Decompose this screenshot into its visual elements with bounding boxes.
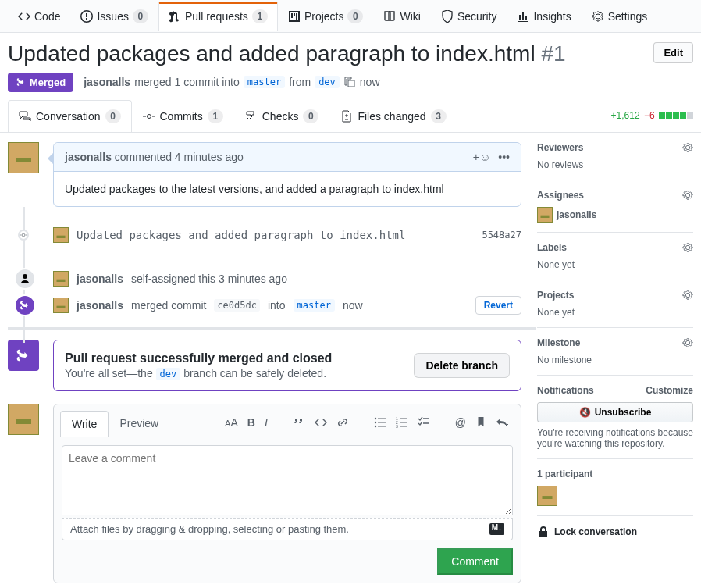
avatar[interactable]: ▬ (537, 486, 557, 506)
code-icon[interactable] (315, 416, 327, 431)
preview-tab[interactable]: Preview (109, 411, 169, 436)
base-branch[interactable]: master (244, 76, 285, 88)
commit-icon (143, 110, 155, 123)
comment-button[interactable]: Comment (437, 548, 513, 575)
pr-title: Updated packages and added paragraph to … (8, 42, 566, 66)
gear-icon[interactable] (682, 242, 693, 253)
comment-textarea[interactable] (62, 445, 513, 515)
avatar[interactable]: ▬ (8, 404, 39, 435)
project-icon (288, 10, 301, 23)
ul-icon[interactable] (374, 416, 386, 431)
ol-icon[interactable]: 123 (396, 416, 408, 431)
svg-point-1 (22, 233, 25, 237)
tab-code[interactable]: Code (8, 2, 70, 30)
head-branch[interactable]: dev (315, 76, 340, 88)
sidebar-reviewers: Reviewers No reviews (537, 142, 693, 180)
lock-conversation-link[interactable]: Lock conversation (537, 516, 693, 538)
link-icon[interactable] (336, 416, 349, 431)
book-icon (383, 10, 396, 23)
subtab-commits[interactable]: Commits1 (132, 100, 234, 132)
sidebar-milestone: Milestone No milestone (537, 328, 693, 376)
new-comment-form: Write Preview AA B I 123 (53, 404, 521, 583)
pr-author[interactable]: jasonalls (84, 76, 130, 88)
subtab-files[interactable]: Files changed3 (329, 100, 457, 132)
sidebar-assignees: Assignees ▬jasonalls (537, 180, 693, 233)
merge-sha[interactable]: ce0d5dc (214, 299, 260, 312)
task-list-icon[interactable] (418, 416, 430, 431)
copy-icon[interactable] (343, 76, 356, 88)
tab-issues[interactable]: Issues0 (70, 1, 158, 31)
kebab-icon[interactable]: ••• (498, 151, 510, 163)
delete-branch-button[interactable]: Delete branch (414, 353, 510, 378)
customize-link[interactable]: Customize (646, 385, 693, 396)
edit-button[interactable]: Edit (653, 42, 693, 63)
merged-confirmation-box: Pull request successfully merged and clo… (53, 340, 521, 391)
commit-message[interactable]: Updated packages and added paragraph to … (77, 229, 405, 241)
merge-badge-icon (8, 340, 39, 371)
protip: ProTip! Add comments to specific lines u… (8, 583, 521, 588)
gear-icon[interactable] (682, 142, 693, 153)
svg-point-2 (375, 418, 376, 419)
text-size-icon[interactable]: AA (225, 416, 238, 431)
comment-time[interactable]: 4 minutes ago (175, 151, 244, 163)
comment-box: jasonalls commented 4 minutes ago +☺ •••… (53, 142, 521, 207)
tab-code-label: Code (34, 10, 60, 23)
svg-point-4 (375, 426, 376, 427)
subtab-checks[interactable]: Checks0 (234, 100, 330, 132)
gear-icon[interactable] (682, 337, 693, 348)
subtab-conversation[interactable]: Conversation0 (8, 100, 132, 132)
avatar[interactable]: ▬ (537, 207, 553, 223)
quote-icon[interactable] (293, 416, 305, 431)
gear-icon[interactable] (682, 290, 693, 301)
attach-hint[interactable]: Attach files by dragging & dropping, sel… (62, 518, 513, 540)
gear-icon[interactable] (682, 190, 693, 201)
tab-security[interactable]: Security (431, 2, 507, 30)
person-icon (14, 268, 36, 290)
sidebar-participants: 1 participant ▬ (537, 459, 693, 516)
commit-sha[interactable]: 5548a27 (482, 230, 521, 241)
tab-settings[interactable]: Settings (582, 2, 658, 30)
tab-wiki[interactable]: Wiki (373, 2, 430, 30)
bold-icon[interactable]: B (247, 416, 255, 431)
comment-body: Updated packages to the latest versions,… (54, 172, 521, 206)
bookmark-icon[interactable] (475, 416, 486, 431)
reply-icon[interactable] (496, 416, 508, 431)
mention-icon[interactable]: @ (455, 416, 466, 431)
revert-button[interactable]: Revert (475, 296, 521, 315)
checklist-icon (245, 110, 258, 123)
shield-icon (441, 10, 454, 23)
lock-icon (537, 526, 550, 538)
avatar[interactable]: ▬ (53, 271, 69, 287)
file-diff-icon (340, 110, 353, 123)
discussion-column: ▬ jasonalls commented 4 minutes ago +☺ •… (8, 142, 521, 588)
tab-insights[interactable]: Insights (507, 2, 581, 30)
pr-meta: Merged jasonalls merged 1 commit into ma… (0, 73, 701, 100)
graph-icon (517, 10, 529, 23)
avatar[interactable]: ▬ (53, 298, 69, 313)
merged-box-title: Pull request successfully merged and clo… (65, 351, 332, 365)
comment-author[interactable]: jasonalls (65, 151, 112, 163)
add-reaction-icon[interactable]: +☺ (473, 151, 490, 163)
pr-subnav: Conversation0 Commits1 Checks0 Files cha… (0, 100, 701, 133)
italic-icon[interactable]: I (265, 416, 268, 431)
avatar[interactable]: ▬ (8, 142, 39, 173)
tab-projects[interactable]: Projects0 (278, 1, 374, 31)
code-icon (18, 10, 30, 23)
assign-event: ▬ jasonalls self-assigned this 3 minutes… (53, 266, 521, 291)
comment-discussion-icon (19, 110, 31, 123)
avatar[interactable]: ▬ (53, 227, 69, 243)
mute-icon: 🔇 (579, 407, 591, 418)
merge-icon (14, 294, 36, 316)
svg-point-3 (375, 422, 376, 423)
gear-icon (592, 10, 604, 23)
tab-pull-requests[interactable]: Pull requests1 (158, 2, 278, 31)
assignee-name[interactable]: jasonalls (557, 209, 596, 220)
sidebar-notifications: NotificationsCustomize 🔇Unsubscribe You'… (537, 376, 693, 459)
write-tab[interactable]: Write (60, 411, 109, 437)
unsubscribe-button[interactable]: 🔇Unsubscribe (537, 402, 693, 422)
markdown-icon[interactable]: M↓ (489, 523, 504, 535)
commit-dot-icon (18, 230, 29, 241)
markdown-toolbar: AA B I 123 @ (225, 416, 514, 431)
merge-event: ▬ jasonalls merged commit ce0d5dc into m… (53, 291, 521, 319)
sidebar-labels: Labels None yet (537, 233, 693, 280)
